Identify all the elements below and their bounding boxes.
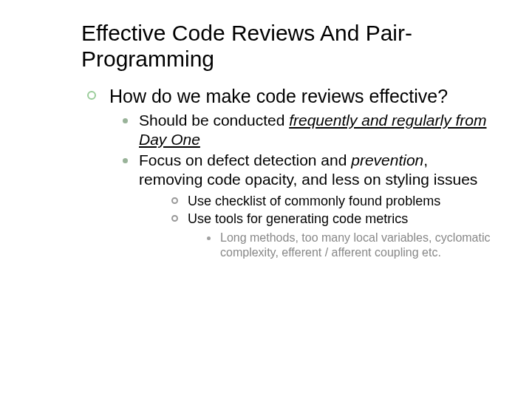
level2-text-pre: Should be conducted	[139, 112, 289, 129]
list-item: Focus on defect detection and prevention…	[123, 151, 495, 260]
level3-text: Use tools for generating code metrics	[188, 211, 408, 226]
list-item: Long methods, too many local variables, …	[207, 231, 495, 261]
list-item: Should be conducted frequently and regul…	[123, 111, 495, 150]
bullet-list-level4: Long methods, too many local variables, …	[207, 231, 495, 261]
slide: Effective Code Reviews And Pair-Programm…	[0, 0, 532, 399]
bullet-list-level2: Should be conducted frequently and regul…	[123, 111, 495, 261]
level4-text: Long methods, too many local variables, …	[220, 231, 491, 259]
bullet-list-level3: Use checklist of commonly found problems…	[171, 193, 495, 261]
level2-text-pre: Focus on defect detection and	[139, 151, 351, 168]
level3-text: Use checklist of commonly found problems	[188, 194, 440, 208]
bullet-list-level1: How do we make code reviews effective? S…	[87, 85, 495, 260]
slide-title: Effective Code Reviews And Pair-Programm…	[81, 21, 495, 72]
level1-text: How do we make code reviews effective?	[109, 86, 448, 106]
list-item: How do we make code reviews effective? S…	[87, 85, 495, 260]
list-item: Use tools for generating code metrics Lo…	[171, 211, 495, 260]
list-item: Use checklist of commonly found problems	[171, 193, 495, 210]
level2-text-em: prevention	[351, 151, 423, 168]
